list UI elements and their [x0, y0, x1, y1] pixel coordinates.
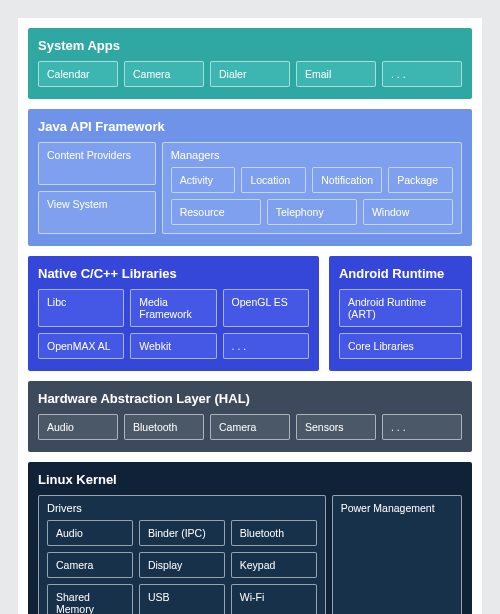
lib-webkit: Webkit	[130, 333, 216, 359]
app-calendar: Calendar	[38, 61, 118, 87]
layer-title: System Apps	[38, 38, 462, 53]
layer-title: Native C/C++ Libraries	[38, 266, 309, 281]
mgr-activity: Activity	[171, 167, 236, 193]
managers-title: Managers	[171, 149, 453, 161]
art: Android Runtime (ART)	[339, 289, 462, 327]
drv-camera: Camera	[47, 552, 133, 578]
layer-title: Android Runtime	[339, 266, 462, 281]
lib-media-framework: Media Framework	[130, 289, 216, 327]
mgr-location: Location	[241, 167, 306, 193]
content-providers: Content Providers	[38, 142, 156, 185]
hal-bluetooth: Bluetooth	[124, 414, 204, 440]
mgr-package: Package	[388, 167, 453, 193]
drivers-title: Drivers	[47, 502, 317, 514]
hal-audio: Audio	[38, 414, 118, 440]
app-camera: Camera	[124, 61, 204, 87]
hal-sensors: Sensors	[296, 414, 376, 440]
app-email: Email	[296, 61, 376, 87]
lib-openmax-al: OpenMAX AL	[38, 333, 124, 359]
mgr-notification: Notification	[312, 167, 382, 193]
view-system: View System	[38, 191, 156, 234]
lib-libc: Libc	[38, 289, 124, 327]
drv-keypad: Keypad	[231, 552, 317, 578]
drv-display: Display	[139, 552, 225, 578]
drv-usb: USB	[139, 584, 225, 614]
app-more: . . .	[382, 61, 462, 87]
managers-group: Managers Activity Location Notification …	[162, 142, 462, 234]
layer-linux-kernel: Linux Kernel Drivers Audio Binder (IPC) …	[28, 462, 472, 614]
native-runtime-row: Native C/C++ Libraries Libc Media Framew…	[28, 256, 472, 371]
power-management: Power Management	[332, 495, 462, 614]
lib-opengl-es: OpenGL ES	[223, 289, 309, 327]
layer-native-libs: Native C/C++ Libraries Libc Media Framew…	[28, 256, 319, 371]
layer-system-apps: System Apps Calendar Camera Dialer Email…	[28, 28, 472, 99]
drv-shared-memory: Shared Memory	[47, 584, 133, 614]
lib-more: . . .	[223, 333, 309, 359]
drv-audio: Audio	[47, 520, 133, 546]
layer-title: Linux Kernel	[38, 472, 462, 487]
hal-more: . . .	[382, 414, 462, 440]
hal-camera: Camera	[210, 414, 290, 440]
layer-android-runtime: Android Runtime Android Runtime (ART) Co…	[329, 256, 472, 371]
layer-title: Java API Framework	[38, 119, 462, 134]
mgr-telephony: Telephony	[267, 199, 357, 225]
layer-hal: Hardware Abstraction Layer (HAL) Audio B…	[28, 381, 472, 452]
drv-wifi: Wi-Fi	[231, 584, 317, 614]
drv-bluetooth: Bluetooth	[231, 520, 317, 546]
layer-java-api: Java API Framework Content Providers Vie…	[28, 109, 472, 246]
layer-title: Hardware Abstraction Layer (HAL)	[38, 391, 462, 406]
mgr-resource: Resource	[171, 199, 261, 225]
drivers-group: Drivers Audio Binder (IPC) Bluetooth Cam…	[38, 495, 326, 614]
app-dialer: Dialer	[210, 61, 290, 87]
android-stack-diagram: System Apps Calendar Camera Dialer Email…	[18, 18, 482, 614]
core-libraries: Core Libraries	[339, 333, 462, 359]
mgr-window: Window	[363, 199, 453, 225]
drv-binder-ipc: Binder (IPC)	[139, 520, 225, 546]
